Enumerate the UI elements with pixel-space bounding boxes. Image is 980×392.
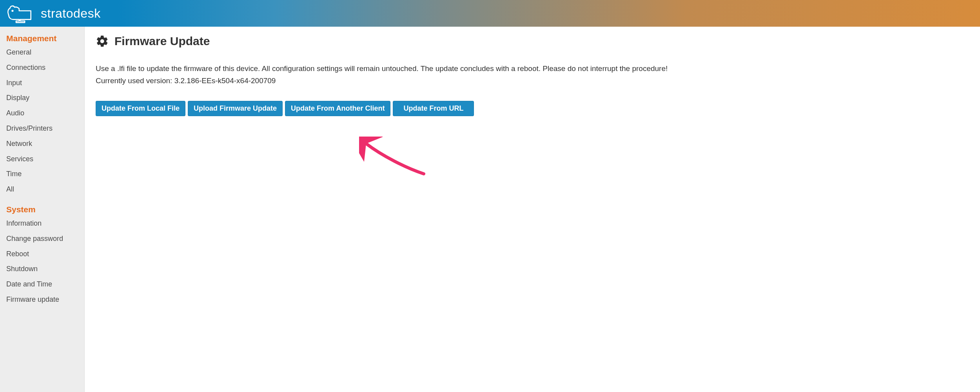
bear-monitor-logo-icon bbox=[5, 3, 37, 24]
gear-icon bbox=[96, 35, 109, 48]
upload-firmware-update-button[interactable]: Upload Firmware Update bbox=[188, 101, 283, 116]
sidebar-item-date-time[interactable]: Date and Time bbox=[0, 277, 84, 292]
page-title-row: Firmware Update bbox=[96, 35, 972, 48]
sidebar-item-display[interactable]: Display bbox=[0, 90, 84, 106]
sidebar: Management General Connections Input Dis… bbox=[0, 27, 85, 392]
sidebar-item-drives-printers[interactable]: Drives/Printers bbox=[0, 121, 84, 136]
sidebar-item-shutdown[interactable]: Shutdown bbox=[0, 261, 84, 277]
sidebar-item-network[interactable]: Network bbox=[0, 136, 84, 151]
sidebar-item-services[interactable]: Services bbox=[0, 151, 84, 167]
brand-name: stratodesk bbox=[41, 6, 101, 21]
sidebar-item-audio[interactable]: Audio bbox=[0, 106, 84, 121]
sidebar-item-all[interactable]: All bbox=[0, 182, 84, 197]
page-description: Use a .lfi file to update the firmware o… bbox=[96, 64, 972, 74]
main-shell: Management General Connections Input Dis… bbox=[0, 27, 980, 392]
sidebar-item-general[interactable]: General bbox=[0, 45, 84, 60]
update-from-another-client-button[interactable]: Update From Another Client bbox=[285, 101, 390, 116]
sidebar-item-reboot[interactable]: Reboot bbox=[0, 246, 84, 262]
svg-point-0 bbox=[12, 10, 13, 11]
current-version: Currently used version: 3.2.186-EEs-k504… bbox=[96, 77, 972, 85]
sidebar-item-change-password[interactable]: Change password bbox=[0, 231, 84, 246]
sidebar-item-input[interactable]: Input bbox=[0, 75, 84, 91]
sidebar-group-management: Management General Connections Input Dis… bbox=[0, 31, 84, 197]
page-title: Firmware Update bbox=[114, 35, 210, 48]
header-bar: stratodesk bbox=[0, 0, 980, 27]
annotation-arrow-icon bbox=[359, 137, 430, 180]
sidebar-heading-system: System bbox=[0, 202, 84, 216]
update-from-local-file-button[interactable]: Update From Local File bbox=[96, 101, 185, 116]
sidebar-item-connections[interactable]: Connections bbox=[0, 60, 84, 75]
update-from-url-button[interactable]: Update From URL bbox=[393, 101, 474, 116]
sidebar-item-information[interactable]: Information bbox=[0, 216, 84, 231]
sidebar-item-time[interactable]: Time bbox=[0, 166, 84, 182]
button-row: Update From Local File Upload Firmware U… bbox=[96, 101, 972, 116]
brand: stratodesk bbox=[5, 3, 101, 24]
content-area: Firmware Update Use a .lfi file to updat… bbox=[85, 27, 980, 392]
sidebar-heading-management: Management bbox=[0, 31, 84, 45]
sidebar-item-firmware-update[interactable]: Firmware update bbox=[0, 292, 84, 307]
sidebar-group-system: System Information Change password Reboo… bbox=[0, 202, 84, 307]
